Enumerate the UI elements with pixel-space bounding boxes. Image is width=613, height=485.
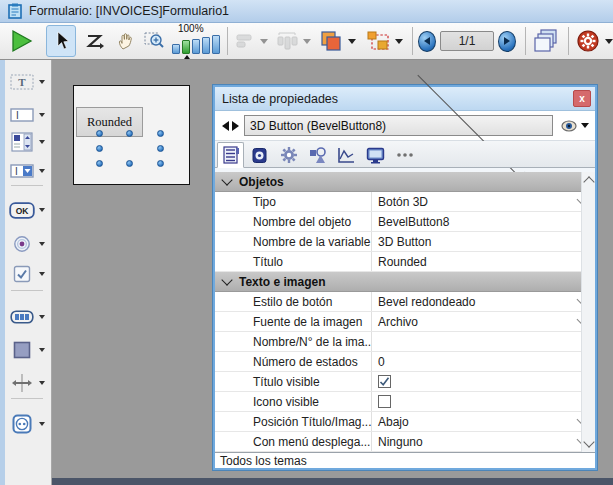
display-views-button[interactable]: [531, 26, 561, 56]
zoom-current-marker: [184, 55, 190, 59]
zoom-tool-button[interactable]: [140, 26, 168, 56]
tool-dropdown-icon[interactable]: [39, 272, 45, 276]
property-value[interactable]: Rounded: [372, 252, 595, 271]
grid-dropdown-icon[interactable]: [395, 39, 403, 44]
property-value[interactable]: Abajo: [372, 412, 595, 431]
tool-dropdown-icon[interactable]: [39, 169, 45, 173]
plugin-area-tool[interactable]: [8, 412, 48, 436]
level-dropdown-icon[interactable]: [348, 39, 356, 44]
property-value[interactable]: BevelButton8: [372, 212, 595, 231]
property-value[interactable]: [372, 392, 595, 411]
execute-form-button[interactable]: [4, 26, 38, 56]
rectangle-tool[interactable]: [8, 338, 48, 362]
property-row: Estilo de botónBevel redondeado: [215, 292, 595, 312]
tool-dropdown-icon[interactable]: [39, 113, 45, 117]
zoom-scale-control[interactable]: 100%: [172, 24, 222, 58]
view-options-button[interactable]: [561, 119, 589, 133]
tool-dropdown-icon[interactable]: [39, 422, 45, 426]
listbox-tool[interactable]: [8, 130, 48, 154]
button-tool[interactable]: OK: [8, 198, 48, 222]
properties-dropdown-icon[interactable]: [605, 39, 613, 44]
selection-handle-se[interactable]: [157, 160, 164, 167]
zoom-bar-100-active[interactable]: [182, 40, 190, 54]
property-value[interactable]: 0: [372, 352, 595, 371]
zoom-bar-50[interactable]: [172, 44, 180, 54]
tool-dropdown-icon[interactable]: [39, 208, 45, 212]
form-editor-window: Formulario: [INVOICES]Formulario1: [0, 0, 613, 485]
checkbox-checked[interactable]: [378, 375, 391, 388]
bevel-button-label: Rounded: [87, 115, 132, 130]
zoom-bar-400[interactable]: [202, 37, 210, 54]
section-collapse-icon: [221, 274, 232, 285]
text-tool-icon: T: [8, 74, 36, 90]
entry-order-tool-button[interactable]: [81, 26, 109, 56]
tool-dropdown-icon[interactable]: [39, 381, 45, 385]
panel-footer[interactable]: Todos los temas: [215, 452, 595, 468]
property-value[interactable]: [372, 332, 595, 351]
tab-coordinates[interactable]: [246, 143, 273, 167]
object-selector-dropdown[interactable]: 3D Button (BevelButton8): [244, 115, 553, 136]
hand-tool-button[interactable]: [112, 26, 140, 56]
zoom-bar-200[interactable]: [192, 39, 200, 54]
form-properties-button[interactable]: [574, 26, 602, 56]
tool-dropdown-icon[interactable]: [39, 348, 45, 352]
stacked-pages-icon: [533, 29, 559, 53]
scroll-down-icon[interactable]: [583, 436, 594, 447]
radio-button-tool[interactable]: [8, 232, 48, 256]
text-tool[interactable]: T: [8, 70, 48, 94]
selection-handle-nw[interactable]: [96, 130, 103, 137]
property-label: Título: [215, 252, 372, 271]
tool-dropdown-icon[interactable]: [39, 140, 45, 144]
selection-handle-ne[interactable]: [157, 130, 164, 137]
property-value[interactable]: 3D Button: [372, 232, 595, 251]
selection-handle-n[interactable]: [126, 130, 133, 137]
scroll-up-icon[interactable]: [583, 176, 594, 187]
selection-handle-e[interactable]: [157, 145, 164, 152]
level-tool-button[interactable]: [317, 26, 345, 56]
tab-display[interactable]: [362, 143, 389, 167]
property-value[interactable]: Ninguno: [372, 432, 595, 451]
selection-handle-s[interactable]: [126, 160, 133, 167]
previous-object-icon[interactable]: [222, 121, 229, 131]
book-icon: [251, 147, 268, 164]
tab-actions[interactable]: [275, 143, 302, 167]
previous-page-button[interactable]: [418, 31, 436, 52]
eye-dropdown-icon[interactable]: [581, 123, 589, 128]
tab-objects[interactable]: [304, 143, 331, 167]
checkbox-tool[interactable]: [8, 262, 48, 286]
panel-titlebar[interactable]: Lista de propiedades x: [215, 87, 595, 111]
tool-dropdown-icon[interactable]: [39, 242, 45, 246]
combobox-tool[interactable]: I: [8, 159, 48, 183]
tab-property-list[interactable]: [217, 142, 244, 168]
selection-handle-sw[interactable]: [96, 160, 103, 167]
window-titlebar[interactable]: Formulario: [INVOICES]Formulario1: [0, 0, 613, 23]
property-row: Fuente de la imagenArchivo: [215, 312, 595, 332]
property-value[interactable]: Bevel redondeado: [372, 292, 595, 311]
tab-more[interactable]: [391, 143, 418, 167]
zoom-scale-bars[interactable]: [172, 35, 222, 54]
object-prev-next-arrows[interactable]: [222, 121, 239, 131]
next-page-button[interactable]: [498, 31, 516, 52]
selection-handle-w[interactable]: [96, 145, 103, 152]
tool-dropdown-icon[interactable]: [39, 315, 45, 319]
property-value[interactable]: [372, 372, 595, 391]
input-field-tool[interactable]: I: [8, 103, 48, 127]
sidebar-separator: [11, 185, 43, 186]
section-title: Objetos: [239, 175, 284, 189]
property-value[interactable]: Botón 3D: [372, 192, 595, 211]
button-grid-tool[interactable]: [8, 305, 48, 329]
splitter-tool[interactable]: [8, 371, 48, 395]
selection-tool-button[interactable]: [46, 25, 76, 57]
tool-dropdown-icon[interactable]: [39, 80, 45, 84]
property-section-header[interactable]: Texto e imagen: [215, 272, 595, 292]
next-object-icon[interactable]: [232, 121, 239, 131]
grid-magnet-tool-button[interactable]: [364, 26, 392, 56]
tab-events[interactable]: [333, 143, 360, 167]
panel-close-button[interactable]: x: [573, 90, 591, 107]
property-value[interactable]: Archivo: [372, 312, 595, 331]
panel-scrollbar[interactable]: [581, 172, 595, 452]
rectangle-icon: [8, 341, 36, 359]
property-section-header[interactable]: Objetos: [215, 172, 595, 192]
checkbox-unchecked[interactable]: [378, 395, 391, 408]
zoom-bar-800[interactable]: [212, 35, 220, 54]
